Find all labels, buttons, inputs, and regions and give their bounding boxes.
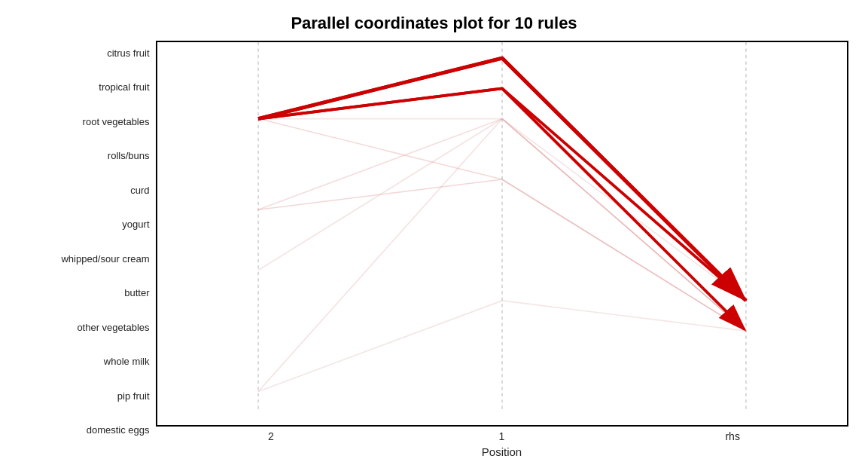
x-axis-label: rhs xyxy=(617,430,848,442)
x-axis-title: Position xyxy=(156,445,848,458)
y-axis-label: rolls/buns xyxy=(20,151,150,161)
x-axis-label: 2 xyxy=(156,430,387,442)
y-axis-label: pip fruit xyxy=(20,391,150,401)
y-axis-labels: citrus fruittropical fruitroot vegetable… xyxy=(20,41,156,458)
y-axis-label: curd xyxy=(20,185,150,195)
x-axis-label: 1 xyxy=(386,430,617,442)
svg-line-6 xyxy=(258,88,502,118)
plot-area-wrapper: 21rhs Position xyxy=(156,41,848,458)
y-axis-label: domestic eggs xyxy=(20,425,150,435)
x-axis-labels: 21rhs xyxy=(156,427,848,442)
plot-svg xyxy=(157,42,847,425)
y-axis-label: whole milk xyxy=(20,356,150,366)
plot-area xyxy=(156,41,848,427)
svg-line-7 xyxy=(502,88,745,329)
chart-title: Parallel coordinates plot for 10 rules xyxy=(291,14,577,33)
y-axis-label: butter xyxy=(20,288,150,298)
y-axis-label: other vegetables xyxy=(20,323,150,332)
y-axis-label: yogurt xyxy=(20,219,150,229)
svg-line-4 xyxy=(258,58,502,118)
y-axis-label: citrus fruit xyxy=(20,48,150,58)
y-axis-label: whipped/sour cream xyxy=(20,254,150,264)
y-axis-label: tropical fruit xyxy=(20,82,150,92)
chart-container: Parallel coordinates plot for 10 rules c… xyxy=(20,14,848,458)
y-axis-label: root vegetables xyxy=(20,117,150,127)
chart-body: citrus fruittropical fruitroot vegetable… xyxy=(20,41,848,458)
svg-line-5 xyxy=(502,58,745,299)
